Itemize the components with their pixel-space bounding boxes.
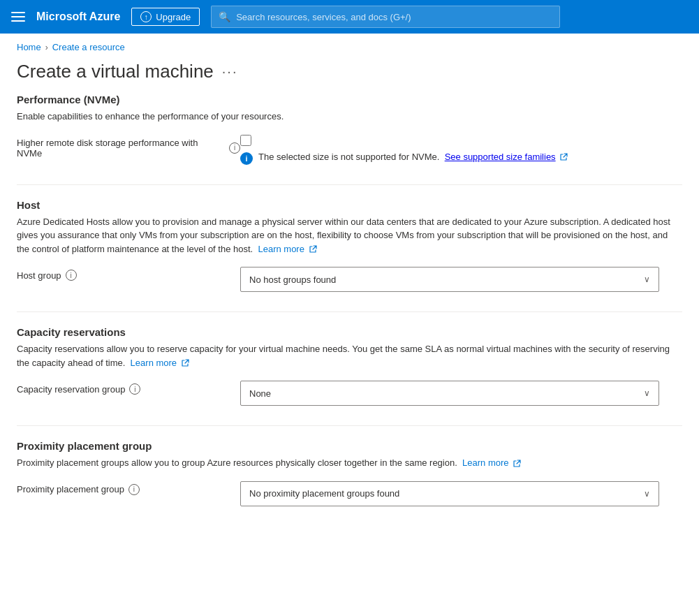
- breadcrumb-create-resource[interactable]: Create a resource: [52, 42, 125, 52]
- breadcrumb-home[interactable]: Home: [17, 42, 41, 52]
- page-title-row: Create a virtual machine ···: [0, 55, 699, 94]
- nvme-form-row: Higher remote disk storage performance w…: [17, 135, 682, 165]
- host-external-link-icon: [309, 245, 317, 254]
- performance-description: Enable capabilities to enhance the perfo…: [17, 110, 682, 124]
- search-bar[interactable]: 🔍: [211, 6, 560, 28]
- nvme-info-icon[interactable]: i: [229, 142, 240, 154]
- proximity-group-label: Proximity placement group i: [17, 481, 240, 495]
- capacity-group-info-icon[interactable]: i: [129, 383, 140, 395]
- nvme-label: Higher remote disk storage performance w…: [17, 135, 240, 159]
- host-title: Host: [17, 199, 682, 211]
- proximity-group-dropdown[interactable]: No proximity placement groups found ∨: [240, 481, 659, 506]
- proximity-group-dropdown-arrow: ∨: [644, 489, 650, 499]
- hamburger-menu[interactable]: [11, 12, 25, 22]
- divider-3: [17, 425, 682, 426]
- nvme-label-text: Higher remote disk storage performance w…: [17, 138, 225, 159]
- info-circle-icon: i: [240, 152, 253, 165]
- proximity-description: Proximity placement groups allow you to …: [17, 456, 682, 470]
- proximity-group-control: No proximity placement groups found ∨: [240, 481, 659, 506]
- host-group-dropdown[interactable]: No host groups found ∨: [240, 267, 659, 292]
- main-content: Performance (NVMe) Enable capabilities t…: [0, 94, 699, 543]
- proximity-group-info-icon[interactable]: i: [128, 484, 140, 495]
- host-description: Azure Dedicated Hosts allow you to provi…: [17, 215, 682, 256]
- page-title-menu[interactable]: ···: [222, 64, 238, 80]
- top-navbar: Microsoft Azure ↑ Upgrade 🔍: [0, 0, 699, 34]
- divider-2: [17, 311, 682, 312]
- proximity-group-label-text: Proximity placement group: [17, 484, 124, 494]
- proximity-section: Proximity placement group Proximity plac…: [17, 440, 682, 506]
- proximity-group-form-row: Proximity placement group i No proximity…: [17, 481, 682, 506]
- nvme-checkbox-wrapper: [240, 135, 659, 146]
- host-group-form-row: Host group i No host groups found ∨: [17, 267, 682, 292]
- nvme-info-link[interactable]: See supported size families: [445, 152, 556, 162]
- host-group-dropdown-value: No host groups found: [249, 274, 336, 285]
- breadcrumb: Home › Create a resource: [0, 34, 699, 55]
- nvme-control: i The selected size is not supported for…: [240, 135, 659, 165]
- capacity-group-dropdown[interactable]: None ∨: [240, 381, 659, 406]
- page-title: Create a virtual machine: [17, 61, 214, 82]
- host-group-info-icon[interactable]: i: [66, 270, 77, 281]
- proximity-group-dropdown-value: No proximity placement groups found: [249, 488, 399, 499]
- host-group-label: Host group i: [17, 267, 240, 281]
- host-group-dropdown-arrow: ∨: [644, 274, 650, 284]
- capacity-group-form-row: Capacity reservation group i None ∨: [17, 381, 682, 406]
- performance-section: Performance (NVMe) Enable capabilities t…: [17, 94, 682, 165]
- breadcrumb-sep-1: ›: [45, 43, 48, 52]
- host-group-control: No host groups found ∨: [240, 267, 659, 292]
- host-group-label-text: Host group: [17, 270, 61, 281]
- divider-1: [17, 184, 682, 185]
- capacity-learn-more-link[interactable]: Learn more: [131, 358, 177, 368]
- capacity-group-dropdown-arrow: ∨: [644, 388, 650, 398]
- upgrade-icon: ↑: [140, 11, 152, 22]
- capacity-description: Capacity reservations allow you to reser…: [17, 342, 682, 369]
- proximity-title: Proximity placement group: [17, 440, 682, 452]
- upgrade-button[interactable]: ↑ Upgrade: [131, 8, 200, 26]
- nvme-checkbox[interactable]: [240, 135, 251, 146]
- host-learn-more-link[interactable]: Learn more: [258, 244, 304, 254]
- search-input[interactable]: [236, 12, 552, 22]
- nvme-info-message: i The selected size is not supported for…: [240, 152, 659, 165]
- brand-label: Microsoft Azure: [36, 10, 120, 23]
- host-section: Host Azure Dedicated Hosts allow you to …: [17, 199, 682, 293]
- capacity-title: Capacity reservations: [17, 326, 682, 338]
- external-link-icon: [559, 153, 568, 161]
- capacity-external-link-icon: [181, 359, 189, 367]
- proximity-learn-more-link[interactable]: Learn more: [462, 457, 508, 468]
- capacity-group-control: None ∨: [240, 381, 659, 406]
- upgrade-label: Upgrade: [156, 12, 191, 22]
- capacity-group-label: Capacity reservation group i: [17, 381, 240, 395]
- search-icon: 🔍: [219, 11, 230, 22]
- capacity-group-label-text: Capacity reservation group: [17, 384, 125, 395]
- nvme-info-text: The selected size is not supported for N…: [258, 152, 568, 162]
- capacity-section: Capacity reservations Capacity reservati…: [17, 326, 682, 406]
- performance-title: Performance (NVMe): [17, 94, 682, 105]
- proximity-external-link-icon: [513, 460, 521, 468]
- capacity-group-dropdown-value: None: [249, 388, 271, 399]
